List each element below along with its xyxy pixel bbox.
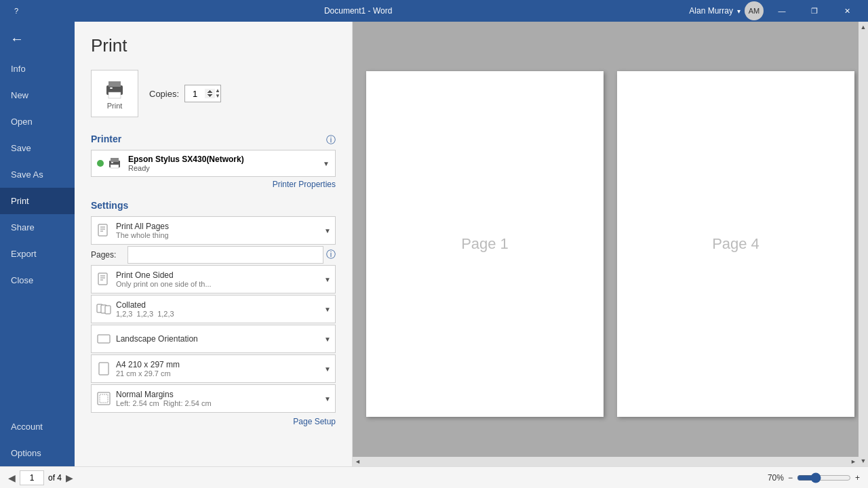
svg-rect-12 bbox=[98, 273, 107, 285]
sidebar-item-share[interactable]: Share bbox=[0, 214, 75, 241]
svg-rect-3 bbox=[110, 87, 113, 89]
copies-area: Copies: ▲ ▼ bbox=[149, 85, 221, 102]
collated-icon bbox=[92, 302, 116, 317]
page-preview-1: Page 1 bbox=[366, 71, 604, 417]
zoom-plus[interactable]: + bbox=[855, 473, 860, 483]
page-navigation: ◀ of 4 ▶ bbox=[8, 470, 73, 485]
setting-collated-main: Collated bbox=[116, 300, 324, 310]
help-button[interactable]: ? bbox=[5, 0, 27, 22]
sidebar-item-save-as[interactable]: Save As bbox=[0, 161, 75, 188]
svg-rect-19 bbox=[98, 335, 110, 343]
titlebar-title: Document1 - Word bbox=[27, 6, 689, 16]
next-page-button[interactable]: ▶ bbox=[66, 472, 73, 483]
preview-pages: Page 1 Page 4 bbox=[353, 22, 868, 466]
sidebar-item-close[interactable]: Close bbox=[0, 267, 75, 293]
setting-print-all-pages-sub: The whole thing bbox=[116, 231, 324, 239]
window-controls: — ❐ ✕ bbox=[766, 0, 863, 22]
setting-print-one-sided[interactable]: Print One Sided Only print on one side o… bbox=[91, 265, 336, 293]
svg-rect-6 bbox=[111, 165, 119, 168]
printer-status-dot bbox=[97, 160, 104, 167]
page-4-label: Page 4 bbox=[712, 235, 760, 253]
printer-name: Epson Stylus SX430(Network) bbox=[128, 155, 317, 164]
printer-info-icon[interactable]: ⓘ bbox=[326, 134, 336, 146]
setting-collated[interactable]: Collated 1,2,3 1,2,3 1,2,3 ▼ bbox=[91, 295, 336, 323]
copies-down[interactable]: ▼ bbox=[215, 94, 220, 99]
setting-paper-text: A4 210 x 297 mm 21 cm x 29.7 cm bbox=[116, 357, 324, 380]
pages-label: Pages: bbox=[91, 250, 125, 260]
scroll-up-button[interactable]: ▲ bbox=[859, 22, 868, 33]
bottom-bar: ◀ of 4 ▶ 70% − + bbox=[0, 466, 868, 488]
print-all-pages-arrow: ▼ bbox=[324, 227, 335, 235]
sidebar-item-options[interactable]: Options bbox=[0, 440, 75, 466]
setting-print-all-pages[interactable]: Print All Pages The whole thing ▼ bbox=[91, 216, 336, 245]
svg-rect-8 bbox=[98, 224, 107, 236]
back-icon: ← bbox=[10, 31, 24, 47]
back-button[interactable]: ← bbox=[0, 22, 34, 56]
print-one-sided-icon bbox=[92, 272, 116, 287]
setting-paper-sub: 21 cm x 29.7 cm bbox=[116, 369, 324, 378]
restore-button[interactable]: ❐ bbox=[799, 0, 830, 22]
print-panel: Print Print Copies: ▲ ▼ bbox=[75, 22, 353, 466]
printer-select[interactable]: Epson Stylus SX430(Network) Ready ▼ bbox=[91, 150, 336, 177]
app-body: ← Info New Open Save Save As Print Share… bbox=[0, 22, 868, 466]
setting-margins-main: Normal Margins bbox=[116, 390, 324, 399]
printer-dropdown-arrow: ▼ bbox=[323, 160, 330, 167]
horizontal-scrollbar: ◄ ► bbox=[353, 457, 859, 466]
preview-scrollbar: ▲ ▼ bbox=[859, 22, 868, 466]
printer-info: Epson Stylus SX430(Network) Ready bbox=[128, 155, 317, 172]
printer-properties-link[interactable]: Printer Properties bbox=[91, 180, 336, 189]
print-all-pages-icon bbox=[92, 223, 116, 238]
sidebar-item-print[interactable]: Print bbox=[0, 188, 75, 214]
sidebar-item-new[interactable]: New bbox=[0, 82, 75, 108]
setting-print-all-pages-main: Print All Pages bbox=[116, 222, 324, 231]
setting-margins[interactable]: Normal Margins Left: 2.54 cm Right: 2.54… bbox=[91, 384, 336, 413]
page-setup-link[interactable]: Page Setup bbox=[91, 417, 336, 426]
sidebar-item-export[interactable]: Export bbox=[0, 241, 75, 267]
setting-one-sided-text: Print One Sided Only print on one side o… bbox=[116, 268, 324, 291]
pages-input[interactable] bbox=[127, 246, 323, 264]
copies-label: Copies: bbox=[149, 89, 179, 99]
page-preview-4: Page 4 bbox=[617, 71, 854, 417]
pages-info-icon[interactable]: ⓘ bbox=[326, 249, 336, 261]
svg-rect-7 bbox=[111, 162, 113, 163]
zoom-area: 70% − + bbox=[768, 472, 860, 483]
sidebar-item-info[interactable]: Info bbox=[0, 56, 75, 82]
user-dropdown-icon[interactable]: ▾ bbox=[737, 7, 741, 15]
copies-spinners: ▲ ▼ bbox=[215, 88, 220, 99]
setting-landscape[interactable]: Landscape Orientation ▼ bbox=[91, 325, 336, 353]
scroll-left-button[interactable]: ◄ bbox=[353, 458, 363, 465]
sidebar-item-open[interactable]: Open bbox=[0, 108, 75, 135]
setting-paper-size[interactable]: A4 210 x 297 mm 21 cm x 29.7 cm ▼ bbox=[91, 354, 336, 383]
setting-margins-text: Normal Margins Left: 2.54 cm Right: 2.54… bbox=[116, 387, 324, 410]
svg-rect-5 bbox=[111, 158, 119, 162]
scroll-track[interactable] bbox=[859, 33, 868, 455]
zoom-label: 70% bbox=[768, 473, 784, 483]
printer-section-label: Printer bbox=[91, 134, 121, 144]
titlebar: ? Document1 - Word Alan Murray ▾ AM — ❐ … bbox=[0, 0, 868, 22]
current-page-input[interactable] bbox=[20, 470, 44, 485]
minimize-button[interactable]: — bbox=[766, 0, 797, 22]
printer-area: Printer ⓘ Epson Stylus SX430(Network) Re… bbox=[91, 131, 336, 189]
print-button[interactable]: Print bbox=[91, 70, 138, 117]
setting-landscape-text: Landscape Orientation bbox=[116, 331, 324, 346]
setting-margins-sub: Left: 2.54 cm Right: 2.54 cm bbox=[116, 399, 324, 407]
svg-rect-20 bbox=[99, 363, 108, 375]
svg-rect-2 bbox=[108, 92, 121, 98]
zoom-slider[interactable] bbox=[797, 472, 851, 483]
scroll-down-button[interactable]: ▼ bbox=[859, 455, 868, 466]
close-button[interactable]: ✕ bbox=[831, 0, 863, 22]
scroll-right-button[interactable]: ► bbox=[848, 458, 859, 465]
paper-size-icon bbox=[92, 361, 116, 376]
landscape-icon bbox=[92, 331, 116, 346]
one-sided-arrow: ▼ bbox=[324, 276, 335, 283]
of-pages-label: of 4 bbox=[48, 473, 62, 483]
settings-area: Settings Print All Pages The whole thing… bbox=[91, 200, 336, 426]
zoom-minus[interactable]: − bbox=[788, 473, 793, 483]
paper-arrow: ▼ bbox=[324, 365, 335, 373]
prev-page-button[interactable]: ◀ bbox=[8, 472, 16, 483]
sidebar-item-account[interactable]: Account bbox=[0, 413, 75, 440]
sidebar-item-save[interactable]: Save bbox=[0, 135, 75, 161]
copies-input[interactable] bbox=[185, 85, 215, 102]
setting-one-sided-sub: Only print on one side of th... bbox=[116, 280, 324, 288]
setting-paper-main: A4 210 x 297 mm bbox=[116, 360, 324, 369]
